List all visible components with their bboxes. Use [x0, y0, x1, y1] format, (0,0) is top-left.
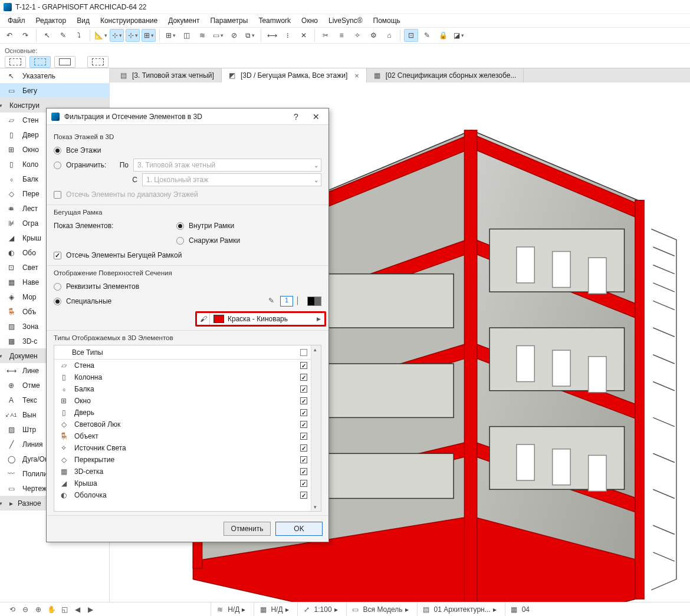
prev-view-icon[interactable]: ◀ [72, 604, 83, 615]
type-row[interactable]: ⊞Окно [54, 395, 311, 407]
sub-bar-label: Основные: [5, 47, 685, 54]
group-button[interactable]: ⧉ [243, 29, 257, 42]
pen-number-input[interactable]: 1 [280, 296, 293, 307]
svg-rect-19 [517, 247, 534, 283]
type-row[interactable]: ⬨Балка [54, 383, 311, 395]
type-checkbox[interactable] [300, 468, 307, 475]
layers-button[interactable]: ≋ [195, 29, 209, 42]
dim3-button[interactable]: ✕ [297, 29, 311, 42]
cut-button[interactable]: ✂ [318, 29, 333, 42]
menu-document[interactable]: Документ [164, 15, 203, 26]
dim-button[interactable]: ⟷ [265, 29, 279, 42]
type-checkbox[interactable] [300, 421, 307, 428]
all-types-checkbox[interactable] [300, 349, 307, 356]
types-header-row[interactable]: Все Типы [54, 345, 311, 360]
marquee-mode-4[interactable] [87, 56, 109, 68]
type-checkbox[interactable] [300, 433, 307, 440]
redo-button[interactable]: ↷ [18, 29, 32, 42]
menu-window[interactable]: Окно [297, 15, 322, 26]
surface-material-picker[interactable]: 🖌 Краска - Киноварь ▶ [195, 311, 326, 327]
fav-button[interactable]: ✧ [350, 29, 364, 42]
radio-inside-marquee[interactable] [176, 222, 184, 230]
radio-special[interactable] [54, 298, 61, 305]
sel-button[interactable]: ▭ [211, 29, 225, 42]
type-checkbox[interactable] [300, 492, 307, 499]
tab-floorplan[interactable]: ▤[3. Типовой этаж четный] [113, 68, 222, 83]
menu-view[interactable]: Вид [73, 15, 94, 26]
type-checkbox[interactable] [300, 409, 307, 416]
fit-icon[interactable]: ◱ [59, 604, 70, 615]
lock-button[interactable]: 🔒 [436, 29, 450, 42]
tool-arrow[interactable]: ↖Указатель [0, 68, 109, 83]
close-icon[interactable]: × [354, 71, 359, 80]
type-row[interactable]: ▦3D-сетка [54, 466, 311, 477]
pick-button[interactable]: ↖ [40, 29, 54, 42]
radio-all-stories[interactable]: Все Этажи [54, 144, 321, 157]
type-checkbox[interactable] [300, 386, 307, 393]
type-checkbox[interactable] [300, 362, 307, 369]
grid-button[interactable]: ⊞ [163, 29, 178, 42]
align-button[interactable]: ≡ [334, 29, 349, 42]
undo-button[interactable]: ↶ [2, 29, 17, 42]
menu-teamwork[interactable]: Teamwork [254, 15, 295, 26]
radio-elem-attrib[interactable]: Реквизиты Элементов [54, 280, 321, 293]
menu-options[interactable]: Параметры [206, 15, 252, 26]
snap2-button[interactable]: ⊹ [126, 29, 140, 42]
ruler-button[interactable]: 📐 [94, 29, 108, 42]
edit-button[interactable]: ✎ [420, 29, 434, 42]
type-checkbox[interactable] [300, 456, 307, 463]
menu-file[interactable]: Файл [4, 15, 29, 26]
marquee-mode-1[interactable] [5, 56, 26, 68]
solid-button[interactable]: ◪ [452, 29, 466, 42]
tool-marquee[interactable]: ▭Бегу [0, 83, 109, 98]
radio-outside-marquee[interactable] [176, 237, 184, 245]
type-checkbox[interactable] [300, 444, 307, 452]
close-button[interactable]: ✕ [308, 110, 324, 124]
zoom-out-icon[interactable]: ⊖ [20, 604, 31, 615]
trace-button[interactable]: ◫ [179, 29, 193, 42]
cancel-button[interactable]: Отменить [224, 522, 271, 536]
type-row[interactable]: ◐Оболочка [54, 489, 311, 501]
next-view-icon[interactable]: ▶ [85, 604, 96, 615]
dim2-button[interactable]: ⫶ [281, 29, 295, 42]
types-scrollbar[interactable] [311, 345, 321, 511]
tab-schedule[interactable]: ▦[02 Спецификация сборных железобе... [367, 68, 524, 83]
menu-design[interactable]: Конструирование [96, 15, 162, 26]
type-row[interactable]: ▯Дверь [54, 407, 311, 419]
marquee-mode-2[interactable] [29, 56, 51, 68]
type-row[interactable]: ◢Крыша [54, 477, 311, 489]
menu-help[interactable]: Помощь [369, 15, 405, 26]
tab-3d[interactable]: ◩[3D / Бегущая Рамка, Все этажи]× [222, 68, 367, 83]
svg-rect-15 [635, 200, 644, 599]
prop-button[interactable]: ⚙ [366, 29, 380, 42]
snap1-button[interactable]: ⊹ [110, 29, 124, 42]
menu-edit[interactable]: Редактор [32, 15, 71, 26]
inject-button[interactable]: ⤵ [72, 29, 86, 42]
radio-limit-stories[interactable] [54, 162, 61, 169]
type-checkbox[interactable] [300, 374, 307, 381]
filter3d-button[interactable]: ⊡ [404, 29, 418, 42]
type-row[interactable]: ◇Перекрытие [54, 454, 311, 466]
type-row[interactable]: ✧Источник Света [54, 442, 311, 454]
type-row[interactable]: ◇Световой Люк [54, 419, 311, 430]
type-row[interactable]: 🪑Объект [54, 430, 311, 442]
type-checkbox[interactable] [300, 397, 307, 404]
snap3-button[interactable]: ⊞ [142, 29, 156, 42]
svg-rect-20 [553, 252, 570, 288]
zoom-in-icon[interactable]: ⊕ [33, 604, 44, 615]
pen-color-swatch[interactable] [307, 297, 321, 306]
ok-button[interactable]: OK [275, 522, 323, 536]
dialog-title-bar[interactable]: Фильтрация и Отсечение Элементов в 3D ? … [47, 108, 328, 125]
suspend-button[interactable]: ⊘ [227, 29, 241, 42]
type-row[interactable]: ▱Стена [54, 360, 311, 371]
eyedrop-button[interactable]: ✎ [56, 29, 70, 42]
type-row[interactable]: ▯Колонна [54, 371, 311, 383]
orbit-icon[interactable]: ⟲ [7, 604, 18, 615]
marquee-mode-3[interactable] [54, 56, 75, 68]
home-button[interactable]: ⌂ [382, 29, 396, 42]
check-trim-marquee[interactable]: Отсечь Элементы Бегущей Рамкой [54, 249, 321, 262]
help-button[interactable]: ? [288, 110, 304, 124]
type-checkbox[interactable] [300, 480, 307, 487]
hand-icon[interactable]: ✋ [46, 604, 57, 615]
menu-livesync[interactable]: LiveSync® [324, 15, 367, 26]
